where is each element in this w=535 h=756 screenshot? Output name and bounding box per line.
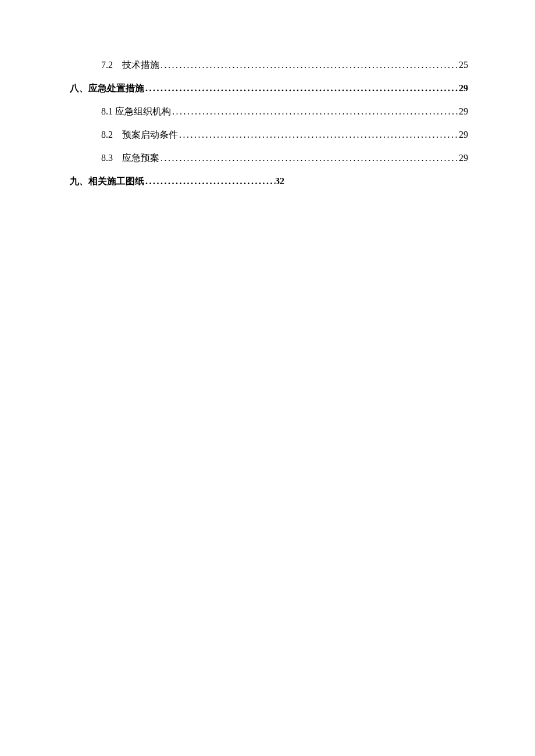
toc-label: 8.3 应急预案 [101,151,159,165]
toc-page-number: 29 [459,105,468,119]
toc-leader-dots [144,174,275,188]
toc-entry: 8.3 应急预案 29 [101,151,468,165]
toc-entry: 8.1 应急组织机构 29 [101,105,468,119]
toc-label: 九、相关施工图纸 [70,174,144,188]
toc-label: 8.2 预案启动条件 [101,128,178,142]
toc-page-number: 29 [459,81,468,95]
toc-label: 八、应急处置措施 [70,81,144,95]
toc-leader-dots [159,58,459,72]
toc-container: 7.2 技术措施 25 八、应急处置措施 29 8.1 应急组织机构 29 8.… [70,58,468,188]
toc-page-number: 32 [275,174,284,188]
toc-leader-dots [178,128,459,142]
toc-entry: 八、应急处置措施 29 [70,81,468,95]
toc-page-number: 25 [459,58,468,72]
toc-page-number: 29 [459,128,468,142]
toc-label: 7.2 技术措施 [101,58,159,72]
toc-leader-dots [159,151,459,165]
toc-entry: 7.2 技术措施 25 [101,58,468,72]
toc-label: 8.1 应急组织机构 [101,105,171,119]
toc-entry: 8.2 预案启动条件 29 [101,128,468,142]
toc-leader-dots [144,81,459,95]
toc-leader-dots [171,105,459,119]
toc-entry: 九、相关施工图纸 32 [70,174,468,188]
toc-page-number: 29 [459,151,468,165]
